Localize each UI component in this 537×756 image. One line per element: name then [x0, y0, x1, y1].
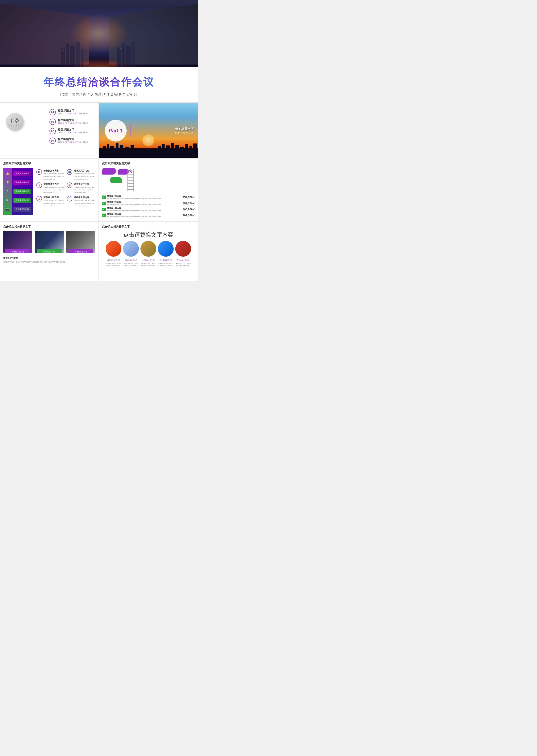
main-title: 年终总结洽谈合作会议	[4, 75, 194, 89]
card-body-title: 请替换文字内容	[3, 257, 95, 260]
icon-5: 📄	[67, 196, 72, 201]
check-stat-3: 909,369K	[183, 214, 195, 217]
toc-caption-3: CLICK TO ADD CAPTION TEXT	[58, 132, 88, 134]
section3-left-heading: 点击添加相关标题文字	[3, 225, 95, 229]
toc-caption-2: CLICK TO ADD CAPTION TEXT	[58, 122, 88, 124]
card-label-1: 请替换文字内容	[37, 249, 62, 253]
svg-rect-21	[125, 147, 129, 158]
circle-bg-3	[158, 241, 174, 257]
svg-rect-27	[175, 145, 179, 158]
part1-panel: Part 1 相关标题文字 THE HEADLINE	[99, 103, 198, 158]
icon-text-1: 请替换文字内容 Please replace text, click add r…	[74, 169, 95, 181]
icon-3: 🏠	[67, 183, 72, 188]
icon-grid-item-5: 📄 请替换文字内容 Please replace text, click add…	[67, 196, 95, 207]
icon-text-4: 请替换文字内容 Please replace text, click add r…	[44, 196, 65, 207]
check-item-2: ✓ 请替换文字内容 Please replace text, click add…	[102, 207, 195, 212]
check-item-0: ✓ 请替换文字内容 Please replace text, click add…	[102, 195, 195, 200]
toc-circle-title: 目录	[11, 118, 19, 124]
circle-bg-0	[105, 241, 121, 257]
toc-item-4: 04 相关标题文字 CLICK TO ADD CAPTION TEXT	[50, 138, 88, 144]
check-box-1: ✓	[102, 202, 105, 205]
toc-item-1: 01 相关标题文字 CLICK TO ADD CAPTION TEXT	[50, 109, 88, 115]
svg-rect-28	[180, 147, 184, 158]
icon-text-5: 请替换文字内容 Please replace text, click add r…	[74, 196, 95, 207]
hero-cityscape-svg	[50, 32, 148, 67]
sidebar-item-3: 请替换文字内容	[14, 189, 31, 194]
toc-circle: 目录 CONTENT	[6, 113, 24, 131]
row2-right: 点击添加相关标题文字	[99, 158, 198, 221]
card-img-0: 请替换文字内容	[3, 231, 32, 253]
title-section: 年终总结洽谈合作会议 |适用于述职报告|个人简介|工作总结|会议报告等|	[0, 67, 198, 102]
check-stat-1: 559,700K	[183, 202, 195, 205]
circles-row	[102, 241, 195, 257]
check-content-2: 请替换文字内容 Please replace text, click add r…	[107, 207, 181, 212]
img-circle-2	[141, 241, 156, 257]
icon-grid-item-1: 📺 请替换文字内容 Please replace text, click add…	[67, 169, 95, 181]
toc-caption-4: CLICK TO ADD CAPTION TEXT	[58, 141, 88, 143]
ladder-area	[126, 169, 136, 193]
card-body-desc: 请替换文字内容，点击添加相关标题文字，修改文字内容，也可以直接将内容复制到此处.…	[3, 261, 95, 263]
icon-bell: 🔔	[5, 171, 11, 177]
circle-label-4: 点击添加文字内容	[175, 259, 191, 261]
card-img-1: 请替换文字内容	[35, 231, 64, 253]
card-item-2: 请替换文字内容	[66, 231, 95, 253]
toc-heading-1: 相关标题文字	[58, 109, 88, 112]
icon-4: 🔒	[36, 196, 42, 201]
circle-desc-2: 请替换文字内容，也可以直接将内容复制到此处...	[141, 263, 156, 267]
icon-monitor: 🖥	[5, 188, 11, 194]
img-circle-1	[123, 241, 139, 257]
check-stat-2: 400,809K	[183, 208, 195, 211]
check-box-0: ✓	[102, 196, 105, 199]
svg-rect-2	[66, 44, 69, 67]
svg-rect-7	[122, 44, 125, 67]
circle-desc-0: 请替换文字内容，也可以直接将内容复制到此处...	[105, 263, 121, 267]
icon-2: 💡	[36, 183, 42, 188]
part1-label: Part 1	[108, 128, 123, 134]
sidebar-item-4: 请替换文字内容	[14, 198, 31, 203]
part1-divider	[131, 125, 131, 137]
circle-bg-1	[123, 241, 139, 257]
toc-num-3: 03	[50, 128, 56, 134]
circle-desc-4: 请替换文字内容，也可以直接将内容复制到此处...	[175, 263, 191, 267]
check-content-0: 请替换文字内容 Please replace text, click add r…	[107, 195, 181, 200]
circle-bg-4	[175, 241, 191, 257]
toc-heading-3: 相关标题文字	[58, 128, 88, 132]
circle-label-0: 点击添加文字内容	[105, 259, 121, 261]
svg-rect-12	[62, 52, 62, 52]
page: 年终总结洽谈合作会议 |适用于述职报告|个人简介|工作总结|会议报告等| 目录 …	[0, 0, 198, 281]
card-label-2: 请替换文字内容	[68, 249, 93, 253]
svg-rect-4	[76, 42, 80, 67]
circle-label-3: 点击添加文字内容	[158, 259, 174, 261]
circle-label-1: 点击添加文字内容	[123, 259, 139, 261]
svg-line-43	[129, 170, 131, 171]
part1-circle: Part 1	[105, 120, 127, 142]
svg-line-44	[131, 170, 132, 171]
svg-rect-9	[132, 42, 135, 67]
circle-label-2: 点击添加文字内容	[141, 259, 156, 261]
svg-rect-17	[107, 144, 109, 158]
svg-rect-11	[63, 51, 64, 51]
svg-rect-3	[70, 46, 75, 67]
toc-num-4: 04	[50, 138, 56, 144]
sidebar-icons: 🔔 💡 🖥 🔍 📷	[3, 168, 12, 215]
city-silhouette	[99, 142, 198, 158]
replace-title: 点击请替换文字内容	[102, 231, 195, 239]
section2-right-heading: 点击添加相关标题文字	[102, 162, 195, 165]
hero-section	[0, 0, 198, 67]
icon-grid-item-0: ✉ 请替换文字内容 Please replace text, click add…	[36, 169, 65, 181]
toc-circle-sub: CONTENT	[9, 124, 21, 126]
check-box-3: ✓	[102, 213, 105, 217]
sidebar-item-2: 请替换文字内容	[14, 180, 31, 185]
cloud-purple-1	[102, 168, 116, 175]
icon-1: 📺	[67, 169, 72, 175]
toc-heading-4: 相关标题文字	[58, 138, 88, 141]
icon-text-2: 请替换文字内容 Please replace text, click add r…	[44, 183, 65, 194]
row2: 点击添加相关标题文字 🔔 💡 🖥 🔍 📷 请替换文字内容 请替换文字内容 请替换…	[0, 158, 198, 222]
toc-item-2: 02 相关标题文字 CLICK TO ADD CAPTION TEXT	[50, 118, 88, 125]
circle-desc-1: 请替换文字内容，也可以直接将内容复制到此处...	[123, 263, 139, 267]
card-item-0: 请替换文字内容	[3, 231, 32, 253]
svg-rect-23	[158, 146, 161, 158]
cards-row: 请替换文字内容 请替换文字内容 请替换文字内容	[3, 231, 95, 253]
icon-grid-item-3: 🏠 请替换文字内容 Please replace text, click add…	[67, 183, 95, 194]
check-item-3: ✓ 请替换文字内容 Please replace text, click add…	[102, 213, 195, 218]
